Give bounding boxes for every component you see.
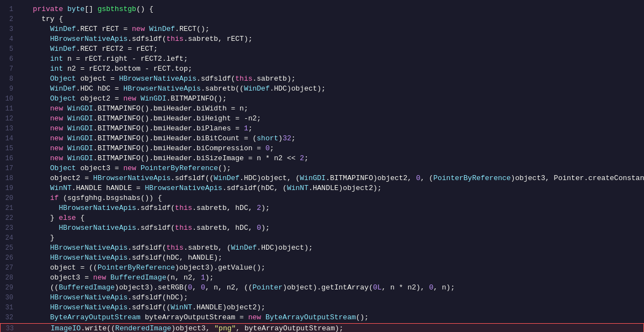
- token: ;: [291, 134, 296, 143]
- token: .sdfsldf(hDC, hANDLE);: [127, 254, 222, 262]
- code-line: 26 HBrowserNativeApis.sdfsldf(hDC, hANDL…: [0, 253, 644, 263]
- line-content: ImageIO.write((RenderedImage)object3, "p…: [23, 324, 643, 332]
- token: int: [50, 55, 63, 63]
- token: WinNT: [287, 184, 308, 192]
- token: .HDC hDC =: [76, 85, 124, 93]
- line-content: new WinGDI.BITMAPINFO().bmiHeader.biHeig…: [22, 114, 644, 124]
- token: 1: [201, 273, 205, 282]
- line-content: object3 = new BufferedImage(n, n2, 1);: [22, 273, 644, 283]
- token: Pointer: [253, 283, 283, 292]
- token: .write((: [81, 324, 115, 332]
- token: private: [33, 5, 63, 13]
- token: .HANDLE)object2);: [192, 303, 265, 312]
- token: short: [257, 134, 278, 143]
- code-line: 33 ImageIO.write((RenderedImage)object3,…: [0, 323, 644, 332]
- token: new: [132, 25, 145, 33]
- token: [63, 124, 67, 133]
- code-line: 7 int n2 = rECT2.bottom - rECT.top;: [0, 64, 644, 74]
- line-number: 16: [0, 154, 22, 164]
- token: .BITMAPINFO().bmiHeader.biHeight = -n2;: [93, 114, 261, 123]
- token: (n, n2,: [166, 273, 200, 282]
- token: [24, 75, 50, 83]
- token: this: [235, 75, 252, 83]
- token: [24, 244, 50, 252]
- token: .sdfsldf(hDC, (: [222, 184, 287, 192]
- token: ;: [270, 144, 274, 152]
- line-number: 19: [0, 183, 22, 193]
- token: [24, 134, 50, 143]
- token: [63, 144, 67, 152]
- token: HBrowserNativeApis: [50, 244, 127, 252]
- token: ): [278, 134, 283, 143]
- token: {: [76, 214, 85, 222]
- token: ImageIO: [51, 324, 81, 332]
- code-line: 23 HBrowserNativeApis.sdfsldf(this.sabre…: [0, 223, 644, 233]
- token: [136, 94, 141, 103]
- code-line: 17 Object object3 = new PointerByReferen…: [0, 164, 644, 173]
- token: .RECT();: [175, 25, 209, 33]
- token: }: [24, 214, 58, 222]
- line-number: 8: [0, 74, 22, 84]
- code-line: 25 HBrowserNativeApis.sdfsldf(this.sabre…: [0, 243, 644, 253]
- token: Object: [50, 164, 76, 172]
- code-line: 31 HBrowserNativeApis.sdfsldf((WinNT.HAN…: [0, 303, 644, 313]
- token: (sgsfghhg.bsgshabs()) {: [58, 194, 162, 202]
- token: [24, 55, 50, 63]
- token: byteArrayOutputStream =: [141, 313, 248, 322]
- line-number: 1: [0, 4, 22, 14]
- token: new: [50, 114, 63, 123]
- token: new: [50, 104, 63, 113]
- token: 0: [265, 144, 270, 152]
- line-content: HBrowserNativeApis.sdfsldf(this.sabretb,…: [22, 203, 644, 213]
- token: new: [123, 94, 136, 103]
- line-number: 6: [0, 54, 22, 64]
- line-content: private byte[] gsbthstgb() {: [22, 4, 644, 14]
- token: ;: [304, 154, 308, 162]
- token: this: [166, 244, 183, 252]
- token: HBrowserNativeApis: [50, 303, 127, 312]
- token: PointerByReference: [433, 174, 510, 182]
- token: , n);: [433, 283, 455, 292]
- token: ();: [218, 164, 231, 172]
- token: WinGDI: [67, 134, 93, 143]
- token: HBrowserNativeApis: [50, 35, 127, 43]
- token: object3 =: [24, 273, 93, 282]
- line-number: 24: [0, 233, 22, 243]
- code-line: 22 } else {: [0, 213, 644, 223]
- line-number: 20: [0, 193, 22, 203]
- token: [24, 313, 50, 322]
- token: , (: [421, 174, 433, 182]
- line-content: ByteArrayOutputStream byteArrayOutputStr…: [22, 313, 644, 323]
- token: .HANDLE)object2);: [308, 184, 382, 192]
- token: Object: [50, 75, 76, 83]
- token: [63, 104, 67, 113]
- line-content: }: [22, 233, 644, 243]
- code-line: 2 try {: [0, 14, 644, 24]
- token: [136, 164, 141, 172]
- token: [24, 5, 33, 13]
- token: .sabretb, (: [184, 244, 231, 252]
- token: HBrowserNativeApis: [58, 204, 136, 212]
- code-line: 9 WinDef.HDC hDC = HBrowserNativeApis.sa…: [0, 84, 644, 94]
- code-line: 21 HBrowserNativeApis.sdfsldf(this.sabre…: [0, 203, 644, 213]
- token: object3 =: [76, 164, 124, 172]
- token: WinDef: [50, 85, 76, 93]
- token: WinDef: [50, 25, 76, 33]
- token: .sdfsldf(: [196, 75, 235, 83]
- token: WinGDI: [67, 124, 93, 133]
- token: .HANDLE hANDLE =: [72, 184, 145, 192]
- code-line: 29 ((BufferedImage)object3).setRGB(0, 0,…: [0, 283, 644, 293]
- token: Object: [50, 94, 76, 103]
- line-number: 3: [0, 24, 22, 34]
- token: else: [58, 214, 76, 222]
- token: [24, 25, 50, 33]
- token: ;: [248, 124, 253, 133]
- line-number: 22: [0, 213, 22, 223]
- token: ByteArrayOutputStream: [265, 313, 356, 322]
- token: );: [205, 273, 214, 282]
- token: new: [50, 134, 63, 143]
- code-line: 28 object3 = new BufferedImage(n, n2, 1)…: [0, 273, 644, 283]
- token: [24, 144, 50, 152]
- token: [24, 85, 50, 93]
- token: 0: [416, 174, 421, 182]
